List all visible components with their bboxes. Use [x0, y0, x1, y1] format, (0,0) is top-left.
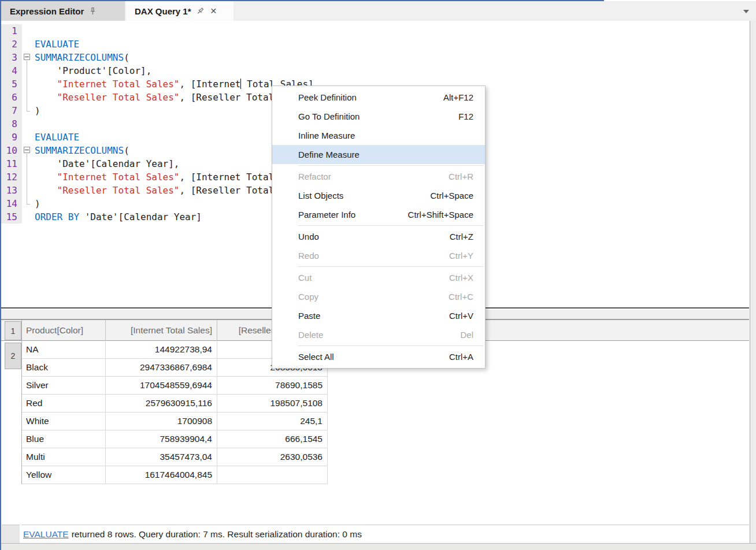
table-row[interactable]: Red2579630915,116198507,5108	[22, 395, 328, 412]
table-row[interactable]: Blue758939904,4666,1545	[22, 430, 328, 448]
close-icon[interactable]: ✕	[209, 6, 218, 16]
table-cell[interactable]	[217, 466, 328, 484]
editor-context-menu: Peek DefinitionAlt+F12Go To DefinitionF1…	[272, 86, 486, 369]
line-number: 11	[1, 157, 22, 170]
result-gutter-cell-2[interactable]: 2	[5, 343, 21, 369]
fold-margin	[22, 131, 35, 144]
fold-margin	[22, 170, 35, 184]
table-cell[interactable]: 666,1545	[217, 430, 328, 448]
table-cell[interactable]: 758939904,4	[106, 430, 217, 448]
menu-item-shortcut: Ctrl+R	[449, 172, 473, 181]
table-cell[interactable]: Silver	[22, 377, 106, 395]
menu-item-copy[interactable]: CopyCtrl+C	[272, 287, 485, 306]
line-number: 9	[1, 131, 22, 144]
fold-collapse-icon[interactable]	[24, 147, 30, 153]
code-line[interactable]: 1	[1, 24, 749, 38]
menu-item-inline-measure[interactable]: Inline Measure	[272, 126, 485, 145]
unpin-icon[interactable]	[195, 5, 206, 16]
document-tab-bar: Expression Editor DAX Query 1* ✕	[1, 1, 756, 21]
table-cell[interactable]: 2947336867,6984	[106, 359, 217, 377]
menu-separator	[298, 266, 484, 267]
code-text: ORDER BY 'Date'[Calendar Year]	[35, 210, 202, 224]
menu-item-label: Undo	[298, 232, 319, 241]
fold-margin	[22, 77, 35, 91]
menu-item-shortcut: Del	[460, 330, 473, 340]
table-row[interactable]: White1700908245,1	[22, 412, 328, 430]
menu-item-refactor[interactable]: RefactorCtrl+R	[272, 167, 485, 186]
column-header-product-color[interactable]: Product[Color]	[22, 320, 106, 341]
menu-item-select-all[interactable]: Select AllCtrl+A	[272, 347, 485, 366]
evaluate-link[interactable]: EVALUATE	[23, 529, 69, 540]
table-row[interactable]: Yellow1617464004,845	[22, 466, 328, 484]
table-cell[interactable]: Red	[22, 395, 106, 412]
table-cell[interactable]: 78690,1585	[217, 377, 328, 395]
line-number: 2	[1, 38, 22, 51]
tab-expression-editor[interactable]: Expression Editor	[1, 1, 125, 21]
menu-separator	[298, 225, 484, 226]
code-text: )	[35, 197, 40, 210]
table-row[interactable]: Multi35457473,042630,0536	[22, 448, 328, 466]
table-cell[interactable]: 1700908	[106, 412, 217, 430]
menu-item-label: Define Measure	[298, 150, 360, 159]
line-number: 1	[1, 24, 22, 38]
result-gutter-cell-1[interactable]: 1	[5, 321, 21, 340]
menu-item-shortcut: Ctrl+V	[449, 311, 473, 321]
menu-item-shortcut: Ctrl+Space	[430, 191, 473, 200]
menu-item-redo[interactable]: RedoCtrl+Y	[272, 246, 485, 265]
table-cell[interactable]: 198507,5108	[217, 395, 328, 412]
right-edge-strip	[750, 21, 756, 543]
pin-icon[interactable]	[89, 7, 97, 15]
fold-margin	[22, 24, 35, 38]
menu-item-go-to-definition[interactable]: Go To DefinitionF12	[272, 107, 485, 126]
menu-item-shortcut: Ctrl+A	[449, 352, 473, 362]
menu-item-cut[interactable]: CutCtrl+X	[272, 268, 485, 287]
code-text: EVALUATE	[35, 131, 79, 144]
code-text: )	[35, 104, 40, 117]
menu-item-parameter-info[interactable]: Parameter InfoCtrl+Shift+Space	[272, 205, 485, 224]
code-line[interactable]: 4 'Product'[Color],	[1, 64, 749, 77]
menu-item-delete[interactable]: DeleteDel	[272, 325, 485, 344]
table-cell[interactable]: 1704548559,6944	[106, 377, 217, 395]
table-cell[interactable]: 245,1	[217, 412, 328, 430]
menu-item-label: Select All	[298, 352, 334, 362]
table-cell[interactable]: Yellow	[22, 466, 106, 484]
menu-item-shortcut: Ctrl+Y	[449, 251, 473, 261]
tab-list-dropdown-icon[interactable]	[743, 10, 749, 13]
fold-margin	[22, 197, 35, 210]
window-accent-border-left	[0, 0, 1, 550]
fold-collapse-icon[interactable]	[24, 54, 30, 60]
menu-item-define-measure[interactable]: Define Measure	[272, 145, 485, 164]
code-line[interactable]: 2EVALUATE	[1, 38, 749, 51]
table-row[interactable]: Silver1704548559,694478690,1585	[22, 377, 328, 395]
bottom-strip	[1, 543, 756, 550]
menu-item-shortcut: Ctrl+Z	[450, 232, 473, 241]
table-cell[interactable]: Multi	[22, 448, 106, 466]
menu-separator	[298, 345, 484, 346]
line-number: 6	[1, 91, 22, 104]
column-header-internet-total-sales[interactable]: [Internet Total Sales]	[106, 320, 217, 341]
code-line[interactable]: 3SUMMARIZECOLUMNS(	[1, 51, 749, 64]
table-cell[interactable]: 144922738,94	[106, 341, 217, 359]
menu-item-peek-definition[interactable]: Peek DefinitionAlt+F12	[272, 88, 485, 107]
table-cell[interactable]: 2630,0536	[217, 448, 328, 466]
table-cell[interactable]: Black	[22, 359, 106, 377]
table-cell[interactable]: NA	[22, 341, 106, 359]
fold-margin	[22, 91, 35, 104]
dax-editor-window: Expression Editor DAX Query 1* ✕ 12EVALU…	[0, 0, 756, 550]
table-cell[interactable]: Blue	[22, 430, 106, 448]
table-cell[interactable]: 1617464004,845	[106, 466, 217, 484]
fold-margin	[22, 117, 35, 131]
menu-item-list-objects[interactable]: List ObjectsCtrl+Space	[272, 186, 485, 205]
menu-item-shortcut: Alt+F12	[443, 92, 473, 102]
tab-label: Expression Editor	[10, 6, 84, 16]
menu-item-undo[interactable]: UndoCtrl+Z	[272, 227, 485, 246]
menu-item-paste[interactable]: PasteCtrl+V	[272, 306, 485, 325]
table-cell[interactable]: 2579630915,116	[106, 395, 217, 412]
table-cell[interactable]: 35457473,04	[106, 448, 217, 466]
table-cell[interactable]: White	[22, 412, 106, 430]
menu-item-shortcut: Ctrl+Shift+Space	[408, 210, 473, 220]
query-status-bar: EVALUATE returned 8 rows. Query duration…	[21, 525, 749, 543]
tab-dax-query-1[interactable]: DAX Query 1* ✕	[126, 1, 234, 21]
menu-item-label: Paste	[298, 311, 320, 321]
tab-label: DAX Query 1*	[135, 6, 191, 16]
